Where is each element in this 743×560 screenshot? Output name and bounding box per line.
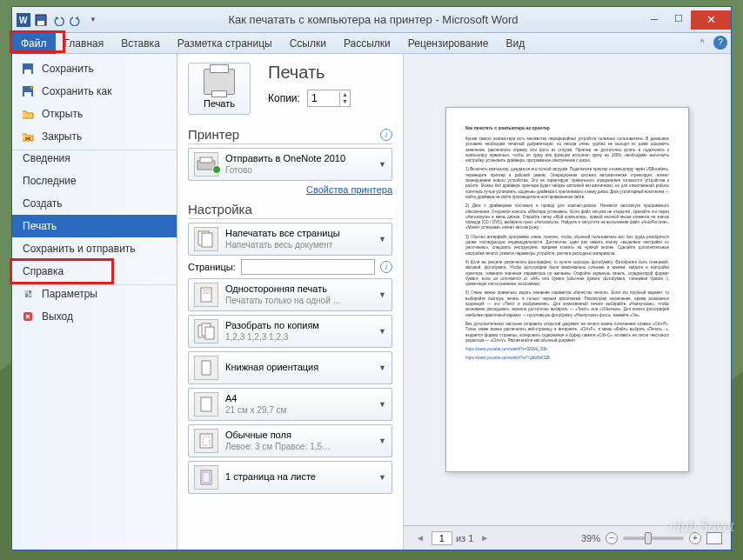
tab-insert[interactable]: Вставка [112, 33, 169, 54]
zoom-in-button[interactable]: + [689, 532, 701, 544]
sidebar-label: Выход [42, 310, 73, 323]
tab-references[interactable]: Ссылки [281, 33, 335, 54]
printer-selector[interactable]: Отправить в OneNote 2010 Готово ▼ [188, 148, 392, 181]
chevron-down-icon: ▼ [378, 327, 386, 336]
sidebar-label: Сохранить как [42, 85, 111, 97]
svg-rect-3 [37, 21, 44, 25]
fit-to-page-button[interactable] [706, 532, 722, 544]
orientation-dropdown[interactable]: Книжная ориентация ▼ [188, 351, 392, 384]
svg-rect-16 [200, 157, 212, 163]
dd-main: Напечатать все страницы [225, 228, 372, 239]
sidebar-exit[interactable]: Выход [12, 305, 177, 328]
dd-sub: Напечатать весь документ [225, 240, 372, 250]
printer-properties-link[interactable]: Свойства принтера [188, 184, 392, 195]
help-icon[interactable]: ? [713, 36, 727, 50]
sidebar-recent[interactable]: Последние [12, 170, 177, 192]
slider-thumb[interactable] [645, 532, 652, 544]
preview-paragraph: 5) Очень важно правильно задать значение… [465, 290, 669, 317]
sidebar-close[interactable]: Закрыть [12, 125, 177, 148]
options-icon [21, 287, 35, 301]
printer-device-icon [194, 152, 218, 177]
sidebar-label: Закрыть [42, 130, 82, 143]
zoom-controls: 39% − + [581, 532, 722, 544]
pages-per-sheet-dropdown[interactable]: 1 страница на листе ▼ [188, 461, 392, 494]
printer-icon [204, 69, 235, 95]
tab-review[interactable]: Рецензирование [399, 33, 498, 54]
save-icon[interactable] [33, 12, 49, 28]
printer-status: Готово [225, 165, 372, 176]
ribbon-minimize-icon[interactable]: ^ [694, 36, 710, 51]
svg-rect-30 [203, 472, 210, 483]
svg-rect-25 [202, 361, 211, 375]
page-preview: Как печатать с компьютера на принтер Кро… [445, 107, 689, 472]
spin-up-icon[interactable]: ▲ [340, 91, 350, 98]
chevron-down-icon: ▼ [378, 437, 386, 445]
qat-dropdown-icon[interactable]: ▼ [85, 12, 101, 28]
undo-icon[interactable] [50, 12, 66, 28]
dd-main: 1 страница на листе [225, 471, 372, 483]
close-button[interactable]: ✕ [691, 10, 731, 30]
prev-page-button[interactable]: ◄ [412, 531, 428, 544]
info-icon[interactable]: i [380, 261, 392, 273]
spin-down-icon[interactable]: ▼ [340, 98, 350, 105]
chevron-down-icon: ▼ [378, 235, 386, 243]
svg-rect-26 [201, 397, 211, 411]
sidebar-options[interactable]: Параметры [12, 284, 177, 305]
page-number-input[interactable] [432, 531, 452, 545]
info-icon[interactable]: i [380, 129, 392, 141]
sidebar-save[interactable]: Сохранить [12, 57, 177, 80]
sides-dropdown[interactable]: Односторонняя печать Печатать только на … [188, 278, 392, 311]
sidebar-info[interactable]: Сведения [12, 150, 177, 170]
pages-scope-dropdown[interactable]: Напечатать все страницы Напечатать весь … [188, 223, 392, 256]
sidebar-label: Параметры [42, 288, 97, 300]
sidebar-open[interactable]: Открыть [12, 103, 177, 125]
portrait-icon [194, 356, 218, 380]
preview-area: Как печатать с компьютера на принтер Кро… [404, 54, 731, 525]
copies-input[interactable] [308, 90, 339, 106]
sidebar-save-as[interactable]: Сохранить как [12, 80, 177, 103]
tab-home[interactable]: Главная [56, 33, 113, 54]
svg-rect-5 [24, 70, 31, 74]
chevron-down-icon: ▼ [378, 363, 386, 372]
word-app-icon: W [16, 12, 31, 28]
tab-mailings[interactable]: Рассылки [335, 33, 399, 54]
maximize-button[interactable]: ☐ [666, 10, 691, 28]
tab-view[interactable]: Вид [497, 33, 533, 54]
sidebar-print[interactable]: Печать [12, 215, 177, 237]
redo-icon[interactable] [68, 12, 84, 28]
print-header: Печать [268, 63, 351, 83]
dd-sub: Левое: 3 см Правое: 1,5… [225, 442, 372, 452]
preview-paragraph: 4) Если вы решили распечатать фотографии… [465, 260, 669, 287]
tab-file[interactable]: Файл [12, 33, 56, 54]
zoom-out-button[interactable]: − [606, 532, 618, 544]
pages-input[interactable] [241, 259, 375, 275]
preview-doc-title: Как печатать с компьютера на принтер [465, 125, 669, 131]
chevron-down-icon: ▼ [378, 473, 386, 482]
tab-layout[interactable]: Разметка страницы [169, 33, 281, 54]
quick-access-toolbar: W ▼ [12, 12, 104, 28]
ribbon-help-group: ^ ? [694, 36, 727, 51]
print-content: Печать Печать Копии: ▲▼ [177, 54, 731, 550]
pages-icon [194, 227, 218, 251]
sidebar-save-send[interactable]: Сохранить и отправить [12, 237, 177, 260]
svg-rect-18 [202, 233, 212, 247]
sidebar-new[interactable]: Создать [12, 192, 177, 215]
collate-dropdown[interactable]: Разобрать по копиям 1,2,3 1,2,3 1,2,3 ▼ [188, 315, 392, 348]
pages-label: Страницы: [188, 262, 236, 272]
dd-main: Односторонняя печать [225, 283, 372, 295]
minimize-button[interactable]: ─ [642, 10, 666, 28]
paper-size-dropdown[interactable]: A4 21 см x 29,7 см ▼ [188, 388, 392, 421]
section-label: Настройка [188, 202, 252, 217]
save-icon [21, 62, 35, 76]
next-page-button[interactable]: ► [477, 531, 492, 544]
zoom-slider[interactable] [623, 537, 684, 540]
sidebar-label: Открыть [42, 108, 83, 120]
chevron-down-icon: ▼ [378, 400, 386, 409]
sidebar-help[interactable]: Справка [12, 260, 177, 283]
collate-icon [194, 319, 218, 343]
copies-spinbox[interactable]: ▲▼ [307, 90, 351, 107]
margins-icon [194, 429, 218, 453]
print-button[interactable]: Печать [188, 63, 251, 115]
section-label: Принтер [188, 127, 239, 142]
margins-dropdown[interactable]: Обычные поля Левое: 3 см Правое: 1,5… ▼ [188, 424, 392, 457]
